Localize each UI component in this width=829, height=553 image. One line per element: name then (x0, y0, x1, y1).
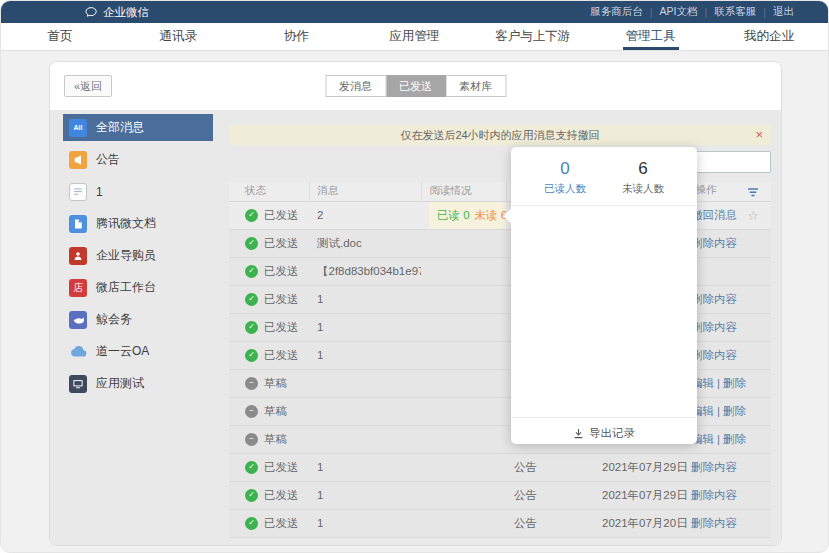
all-messages-icon: All (69, 119, 87, 137)
sidebar-item-label: 道一云OA (96, 343, 149, 360)
sidebar-item-label: 企业导购员 (96, 247, 156, 264)
message-cell: 1 (309, 453, 421, 481)
content-card: «返回 发消息 已发送 素材库 All 全部消息 公告 1 (49, 61, 782, 546)
message-cell (309, 397, 421, 425)
delete-content-link[interactable]: 删除内容 (691, 349, 737, 361)
brand-name: 企业微信 (103, 5, 149, 20)
col-status: 状态 (229, 182, 309, 201)
sidebar-item-label: 腾讯微文档 (96, 215, 156, 232)
recall-message-link[interactable]: 撤回消息 (691, 209, 737, 221)
link-contact-support[interactable]: 联系客服 (714, 5, 756, 19)
message-tabs: 发消息 已发送 素材库 (325, 75, 506, 97)
sidebar-item-1[interactable]: 1 (63, 178, 213, 205)
megaphone-icon (69, 151, 87, 169)
sidebar-item-announcement[interactable]: 公告 (63, 146, 213, 173)
unread-count-stat: 6 未读人数 (622, 159, 664, 196)
nav-app-management[interactable]: 应用管理 (355, 23, 473, 50)
sidebar-item-label: 鲸会务 (96, 311, 132, 328)
message-cell: 1 (309, 481, 421, 509)
status-sent-icon (245, 517, 258, 530)
nav-collaboration[interactable]: 协作 (237, 23, 355, 50)
sidebar-item-label: 全部消息 (96, 119, 144, 136)
sidebar-item-app-test[interactable]: 应用测试 (63, 370, 213, 397)
tab-material-library[interactable]: 素材库 (446, 75, 506, 97)
read-stats-chip[interactable]: 已读 0未读 6 (429, 202, 506, 229)
back-button[interactable]: «返回 (64, 75, 112, 97)
toolbar: «返回 发消息 已发送 素材库 (50, 62, 781, 110)
delete-content-link[interactable]: 删除内容 (691, 489, 737, 501)
status-sent-icon (245, 349, 258, 362)
export-records-button[interactable]: 导出记录 (511, 417, 697, 448)
sidebar-item-whale-meeting[interactable]: 鲸会务 (63, 306, 213, 333)
tencent-doc-icon (69, 215, 87, 233)
status-draft-icon (245, 405, 258, 418)
sidebar-item-daoyi-cloud-oa[interactable]: 道一云OA (63, 338, 213, 365)
read-status-popup: 0 已读人数 6 未读人数 导出记录 (511, 147, 697, 444)
status-draft-icon (245, 433, 258, 446)
message-cell: 1 (309, 313, 421, 341)
status-sent-icon (245, 265, 258, 278)
nav-contacts[interactable]: 通讯录 (119, 23, 237, 50)
col-message: 消息 (309, 182, 421, 201)
guide-staff-icon (69, 247, 87, 265)
main-nav: 首页 通讯录 协作 应用管理 客户与上下游 管理工具 我的企业 (1, 23, 828, 51)
status-sent-icon (245, 209, 258, 222)
recall-notice-bar: 仅在发送后24小时内的应用消息支持撤回 × (229, 125, 771, 145)
sidebar-item-all-messages[interactable]: All 全部消息 (63, 114, 213, 141)
star-icon[interactable] (747, 208, 759, 223)
delete-content-link[interactable]: 删除内容 (691, 237, 737, 249)
topbar: 企业微信 服务商后台| API文档| 联系客服| 退出 (1, 1, 828, 23)
delete-link[interactable]: 删除 (723, 377, 746, 389)
popup-arrow (503, 209, 511, 223)
notice-text: 仅在发送后24小时内的应用消息支持撤回 (229, 128, 771, 143)
message-cell: 1 (309, 341, 421, 369)
filter-icon[interactable] (747, 187, 759, 199)
nav-customers[interactable]: 客户与上下游 (474, 23, 592, 50)
link-provider-console[interactable]: 服务商后台 (590, 5, 643, 19)
content-area: All 全部消息 公告 1 腾讯微文档 企业导购员 (50, 110, 781, 546)
download-icon (573, 428, 584, 439)
delete-content-link[interactable]: 删除内容 (691, 321, 737, 333)
messages-panel: 仅在发送后24小时内的应用消息支持撤回 × 状态 消息 阅读情况 (213, 110, 781, 546)
message-cell: 【2f8d83bf034b1e971fe5083eea... (309, 257, 421, 285)
document-icon (69, 183, 87, 201)
delete-content-link[interactable]: 删除内容 (691, 461, 737, 473)
delete-content-link[interactable]: 删除内容 (691, 517, 737, 529)
sidebar-item-shop-workbench[interactable]: 店 微店工作台 (63, 274, 213, 301)
sidebar-item-label: 公告 (96, 151, 120, 168)
status-sent-icon (245, 293, 258, 306)
nav-home[interactable]: 首页 (1, 23, 119, 50)
delete-link[interactable]: 删除 (723, 433, 746, 445)
sidebar-item-guide-staff[interactable]: 企业导购员 (63, 242, 213, 269)
status-draft-icon (245, 377, 258, 390)
message-cell: 1 (309, 285, 421, 313)
tab-sent[interactable]: 已发送 (386, 75, 446, 97)
app-sidebar: All 全部消息 公告 1 腾讯微文档 企业导购员 (50, 110, 213, 546)
brand[interactable]: 企业微信 (85, 5, 149, 20)
sidebar-item-label: 1 (96, 185, 103, 199)
divider: | (763, 6, 766, 18)
delete-content-link[interactable]: 删除内容 (691, 293, 737, 305)
sidebar-item-label: 微店工作台 (96, 279, 156, 296)
col-read-status: 阅读情况 (421, 182, 506, 201)
status-sent-icon (245, 321, 258, 334)
nav-admin-tools[interactable]: 管理工具 (592, 23, 710, 50)
table-row: 已发送 1 公告 2021年07月29日 删除内容 (229, 453, 771, 481)
app-window: 企业微信 服务商后台| API文档| 联系客服| 退出 首页 通讯录 协作 应用… (0, 0, 829, 553)
topbar-links: 服务商后台| API文档| 联系客服| 退出 (590, 5, 794, 19)
message-cell: 2 (309, 201, 421, 229)
sidebar-item-label: 应用测试 (96, 375, 144, 392)
status-sent-icon (245, 237, 258, 250)
nav-my-company[interactable]: 我的企业 (710, 23, 828, 50)
close-icon[interactable]: × (755, 125, 763, 145)
tab-send-message[interactable]: 发消息 (325, 75, 386, 97)
delete-link[interactable]: 删除 (723, 405, 746, 417)
link-logout[interactable]: 退出 (773, 5, 794, 19)
sidebar-item-tencent-doc[interactable]: 腾讯微文档 (63, 210, 213, 237)
cloud-icon (69, 343, 87, 361)
divider: | (705, 6, 708, 18)
read-count-stat: 0 已读人数 (544, 159, 586, 196)
status-sent-icon (245, 489, 258, 502)
link-api-docs[interactable]: API文档 (660, 5, 698, 19)
divider: | (650, 6, 653, 18)
